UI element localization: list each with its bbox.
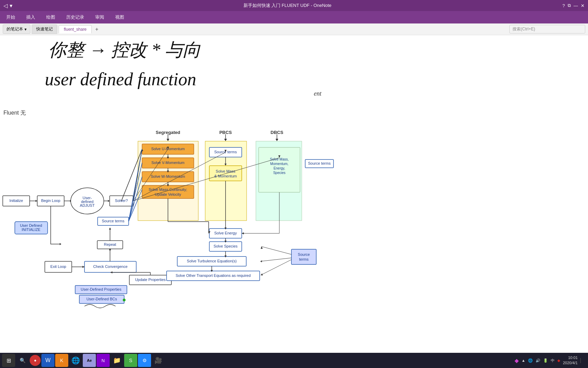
- svg-text:Source: Source: [298, 252, 310, 256]
- battery-icon: 🔋: [543, 358, 548, 363]
- svg-text:ADJUST: ADJUST: [80, 203, 95, 207]
- titlebar-left: ◁ ▾: [3, 2, 12, 9]
- language-indicator[interactable]: 中: [551, 358, 555, 363]
- svg-text:Momentum,: Momentum,: [270, 162, 289, 166]
- minimize-icon[interactable]: —: [574, 3, 578, 8]
- svg-line-94: [260, 258, 291, 261]
- svg-line-96: [261, 260, 291, 275]
- svg-text:Solve Mass: Solve Mass: [216, 169, 236, 173]
- taskbar-icon-klok[interactable]: K: [55, 354, 68, 367]
- menubar: 开始 插入 绘图 历史记录 审阅 视图: [0, 11, 588, 23]
- svg-marker-25: [60, 243, 61, 245]
- svg-marker-1: [167, 139, 169, 141]
- svg-text:terms: terms: [299, 257, 309, 261]
- taskbar-icon-onenote[interactable]: N: [97, 354, 110, 367]
- notebook-button[interactable]: 的笔记本 ▾: [3, 25, 30, 34]
- svg-marker-73: [82, 266, 84, 268]
- tab-quicknote[interactable]: 快速笔记: [32, 25, 57, 34]
- svg-marker-100: [242, 232, 244, 234]
- taskbar-icon-cortana[interactable]: ●: [30, 355, 41, 366]
- handwriting-area: 你整 → 控改 * 与向 user defined function ent: [21, 35, 588, 103]
- solve-transport-label: Solve Other Transport Equations as requi…: [176, 273, 251, 278]
- taskbar-icon-onenote-small: ◆: [515, 357, 519, 364]
- svg-marker-3: [224, 139, 227, 141]
- restore-icon[interactable]: ⧉: [568, 3, 571, 8]
- initialize-label: Initialize: [9, 198, 23, 203]
- handwriting-line1: 你整 → 控改 * 与向: [48, 40, 201, 60]
- start-button[interactable]: ⊞: [2, 354, 15, 367]
- svg-marker-95: [260, 260, 262, 262]
- svg-marker-67: [109, 227, 111, 230]
- search-box[interactable]: 搜索(Ctrl+E): [509, 25, 585, 33]
- exit-loop-label: Exit Loop: [50, 264, 66, 269]
- svg-point-107: [123, 299, 126, 301]
- svg-text:Energy,: Energy,: [273, 166, 285, 170]
- solve-energy-label: Solve Energy: [214, 231, 237, 235]
- svg-text:Update Velocity: Update Velocity: [155, 192, 181, 196]
- show-hidden-icons[interactable]: ▲: [521, 358, 525, 362]
- solve-species-label: Solve Species: [213, 244, 238, 248]
- chevron-down-icon: ▾: [24, 27, 27, 32]
- update-properties-label: Update Properties: [135, 278, 166, 282]
- user-defined-bcs-label: User-Defined BCs: [87, 297, 117, 301]
- user-defined-props-label: User-Defined Properties: [81, 287, 121, 291]
- source-terms-1-label: Source terms: [102, 219, 124, 223]
- menu-insert[interactable]: 插入: [24, 13, 37, 22]
- window-controls: ? ⧉ — ✕: [562, 3, 585, 8]
- close-icon[interactable]: ✕: [581, 3, 585, 8]
- content-area: 你整 → 控改 * 与向 user defined function ent F…: [0, 35, 588, 353]
- source-terms-dbcs-label: Source terms: [308, 161, 331, 165]
- menu-start[interactable]: 开始: [4, 13, 17, 22]
- taskbar: ⊞ 🔍 ● W K 🌐 Ae N 📁 S ⚙ 🎥 ◆ ▲ 🌐 🔊 🔋 中 ◆ 1…: [0, 353, 588, 368]
- antivirus-icon: ◆: [557, 358, 560, 363]
- volume-icon[interactable]: 🔊: [536, 358, 540, 363]
- menu-view[interactable]: 视图: [113, 13, 126, 22]
- add-tab-button[interactable]: +: [93, 26, 100, 33]
- flow-diagram: Segregated PBCS DBCS Initialize Begin Lo…: [0, 123, 466, 317]
- back-icon[interactable]: ◁: [3, 2, 8, 9]
- taskbar-icon-video[interactable]: 🎥: [152, 354, 165, 367]
- taskbar-icon-s1[interactable]: S: [124, 354, 137, 367]
- svg-text:INITIALIZE: INITIALIZE: [22, 227, 40, 232]
- solve-v-label: Solve V-Momentum: [151, 161, 185, 165]
- svg-marker-5: [276, 139, 278, 141]
- begin-loop-label: Begin Loop: [41, 198, 60, 203]
- taskbar-icon-chrome[interactable]: 🌐: [69, 354, 82, 367]
- taskbar-icon-s2[interactable]: ⚙: [138, 354, 151, 367]
- menu-draw[interactable]: 绘图: [44, 13, 57, 22]
- taskbar-icon-ae[interactable]: Ae: [83, 354, 96, 367]
- taskbar-icon-search[interactable]: 🔍: [16, 354, 29, 367]
- menu-review[interactable]: 审阅: [93, 13, 106, 22]
- tab-fluent-share[interactable]: fluent_share: [59, 25, 92, 33]
- fluent-label: Fluent 无: [3, 109, 26, 117]
- taskbar-icon-explorer[interactable]: 📁: [110, 354, 123, 367]
- window-title: 新手如何快速 入门 FLUENT UDF - OneNote: [12, 2, 562, 9]
- svg-rect-41: [209, 166, 242, 181]
- svg-marker-97: [261, 273, 263, 275]
- show-desktop[interactable]: [580, 358, 586, 363]
- taskbar-icon-word[interactable]: W: [41, 354, 54, 367]
- help-icon[interactable]: ?: [562, 3, 565, 8]
- datetime: 10:01 2020/4/1: [563, 355, 578, 366]
- titlebar: ◁ ▾ 新手如何快速 入门 FLUENT UDF - OneNote ? ⧉ —…: [0, 0, 588, 11]
- network-icon[interactable]: 🌐: [528, 358, 533, 363]
- tabbar: 的笔记本 ▾ 快速笔记 fluent_share + 搜索(Ctrl+E): [0, 23, 588, 35]
- svg-line-92: [261, 246, 291, 254]
- taskbar-right: ◆ ▲ 🌐 🔊 🔋 中 ◆ 10:01 2020/4/1: [515, 355, 586, 366]
- svg-text:User Defined: User Defined: [20, 223, 42, 227]
- handwriting-suffix: ent: [314, 90, 322, 97]
- check-convergence-label: Check Convergence: [93, 264, 128, 269]
- solve-turbulence-label: Solve Turbulence Equation(s): [187, 259, 237, 263]
- menu-history[interactable]: 历史记录: [64, 13, 86, 22]
- handwriting-line2: user defined function: [45, 69, 196, 89]
- repeat-label: Repeat: [104, 242, 116, 246]
- forward-icon[interactable]: ▾: [10, 2, 12, 9]
- svg-text:Species: Species: [273, 171, 286, 175]
